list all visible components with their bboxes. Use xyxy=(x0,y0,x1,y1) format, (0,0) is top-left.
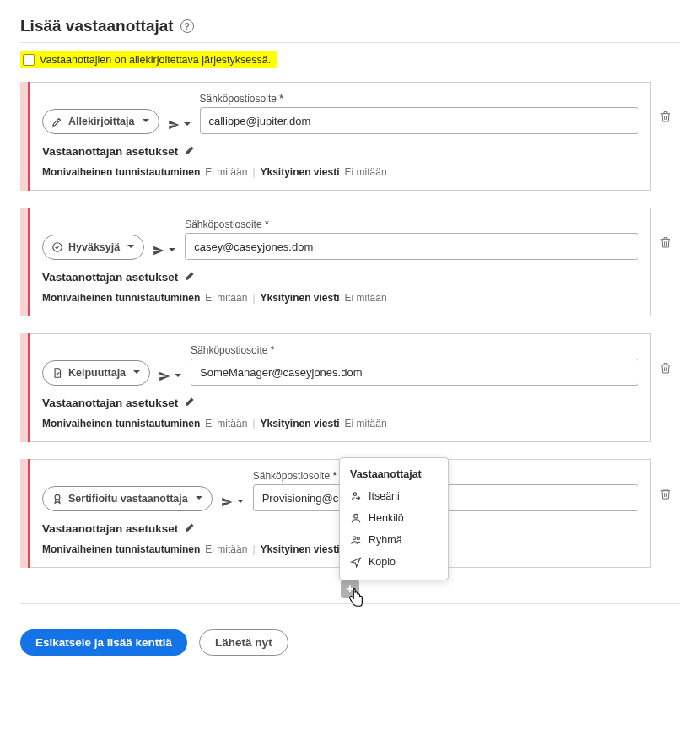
private-message-label: Yksityinen viesti xyxy=(261,543,340,555)
role-selector[interactable]: Allekirjoittaja xyxy=(42,109,159,134)
drag-handle[interactable] xyxy=(20,459,30,568)
email-label: Sähköpostiosoite * xyxy=(185,219,638,230)
popup-item-cc[interactable]: Kopio xyxy=(340,551,448,573)
role-label: Kelpuuttaja xyxy=(68,367,126,379)
svg-point-0 xyxy=(53,243,62,252)
mfa-label: Monivaiheinen tunnistautuminen xyxy=(42,166,200,178)
delivery-method[interactable] xyxy=(168,118,191,134)
delivery-method[interactable] xyxy=(159,370,182,386)
drag-handle[interactable] xyxy=(20,208,30,316)
chevron-down-icon xyxy=(195,493,203,505)
delete-recipient[interactable] xyxy=(651,333,680,442)
recipient-card: Hyväksyjä Sähköpostiosoite * Vastaanotta… xyxy=(20,208,680,316)
edit-icon[interactable] xyxy=(185,521,196,535)
popup-item-label: Henkilö xyxy=(369,512,404,524)
chevron-down-icon xyxy=(183,118,191,131)
badge-icon xyxy=(51,493,63,505)
popup-title: Vastaanottajat xyxy=(340,465,448,485)
mfa-value: Ei mitään xyxy=(205,543,247,555)
recipient-settings-label: Vastaanottajan asetukset xyxy=(42,397,178,409)
edit-icon[interactable] xyxy=(185,270,196,284)
popup-item-label: Itseäni xyxy=(369,490,400,502)
mfa-label: Monivaiheinen tunnistautuminen xyxy=(42,292,200,304)
send-icon xyxy=(350,556,362,568)
mfa-value: Ei mitään xyxy=(205,418,247,429)
svg-point-2 xyxy=(353,493,357,496)
private-message-label: Yksityinen viesti xyxy=(261,292,340,304)
popup-item-myself[interactable]: Itseäni xyxy=(340,485,448,507)
mfa-value: Ei mitään xyxy=(205,292,247,304)
recipient-settings-label: Vastaanottajan asetukset xyxy=(42,271,178,284)
popup-item-label: Kopio xyxy=(369,556,396,568)
order-checkbox[interactable] xyxy=(23,54,35,66)
preview-button[interactable]: Esikatsele ja lisää kenttiä xyxy=(20,629,187,656)
email-label: Sähköpostiosoite * xyxy=(200,93,639,105)
role-selector[interactable]: Hyväksyjä xyxy=(42,235,144,260)
delivery-method[interactable] xyxy=(153,244,176,260)
recipient-card: Sertifioitu vastaanottaja Sähköpostiosoi… xyxy=(20,459,680,568)
help-icon[interactable]: ? xyxy=(180,19,194,33)
private-message-value: Ei mitään xyxy=(345,418,387,429)
page-title: Lisää vastaanottajat xyxy=(20,17,174,35)
svg-point-5 xyxy=(357,537,359,540)
chevron-down-icon xyxy=(236,495,245,508)
document-check-icon xyxy=(51,367,63,379)
order-checkbox-row[interactable]: Vastaanottajien on allekirjoitettava jär… xyxy=(20,51,277,68)
drag-handle[interactable] xyxy=(20,333,30,442)
chevron-down-icon xyxy=(168,244,176,256)
recipient-card: Kelpuuttaja Sähköpostiosoite * Vastaanot… xyxy=(20,333,680,442)
recipient-type-popup: Vastaanottajat Itseäni Henkilö Ryhmä Kop… xyxy=(339,457,449,580)
role-label: Sertifioitu vastaanottaja xyxy=(68,493,188,505)
delete-recipient[interactable] xyxy=(651,208,680,316)
email-input[interactable] xyxy=(185,233,638,260)
chevron-down-icon xyxy=(127,241,135,253)
delete-recipient[interactable] xyxy=(651,82,680,191)
person-icon xyxy=(350,512,362,524)
drag-handle[interactable] xyxy=(20,82,30,191)
svg-point-3 xyxy=(354,514,358,518)
recipient-settings-label: Vastaanottajan asetukset xyxy=(42,145,178,158)
mfa-value: Ei mitään xyxy=(205,166,247,178)
email-input[interactable] xyxy=(191,359,638,386)
send-now-button[interactable]: Lähetä nyt xyxy=(199,629,288,656)
role-label: Allekirjoittaja xyxy=(68,116,135,127)
order-checkbox-label: Vastaanottajien on allekirjoitettava jär… xyxy=(40,54,271,66)
edit-icon[interactable] xyxy=(185,144,196,158)
role-label: Hyväksyjä xyxy=(68,241,120,253)
mfa-label: Monivaiheinen tunnistautuminen xyxy=(42,418,200,429)
chevron-down-icon xyxy=(142,116,150,127)
cursor-icon xyxy=(347,588,365,613)
group-icon xyxy=(350,534,362,546)
check-icon xyxy=(51,241,63,253)
svg-point-1 xyxy=(55,494,60,500)
role-selector[interactable]: Sertifioitu vastaanottaja xyxy=(42,486,213,511)
private-message-label: Yksityinen viesti xyxy=(261,418,340,429)
private-message-label: Yksityinen viesti xyxy=(261,166,340,178)
role-selector[interactable]: Kelpuuttaja xyxy=(42,360,150,386)
person-arrow-icon xyxy=(350,490,362,502)
svg-point-4 xyxy=(353,537,357,540)
delete-recipient[interactable] xyxy=(651,459,680,568)
private-message-value: Ei mitään xyxy=(345,292,387,304)
email-label: Sähköpostiosoite * xyxy=(191,344,638,356)
chevron-down-icon xyxy=(174,370,182,382)
popup-item-person[interactable]: Henkilö xyxy=(340,507,448,529)
recipient-card: Allekirjoittaja Sähköpostiosoite * Vasta… xyxy=(20,82,680,191)
email-input[interactable] xyxy=(200,107,639,134)
popup-item-group[interactable]: Ryhmä xyxy=(340,529,448,551)
mfa-label: Monivaiheinen tunnistautuminen xyxy=(42,543,200,555)
delivery-method[interactable] xyxy=(221,495,245,511)
separator xyxy=(20,42,680,43)
recipient-settings-label: Vastaanottajan asetukset xyxy=(42,522,178,535)
private-message-value: Ei mitään xyxy=(345,166,387,178)
pen-icon xyxy=(51,116,63,127)
chevron-down-icon xyxy=(132,367,141,379)
popup-item-label: Ryhmä xyxy=(369,534,402,546)
edit-icon[interactable] xyxy=(185,396,196,409)
